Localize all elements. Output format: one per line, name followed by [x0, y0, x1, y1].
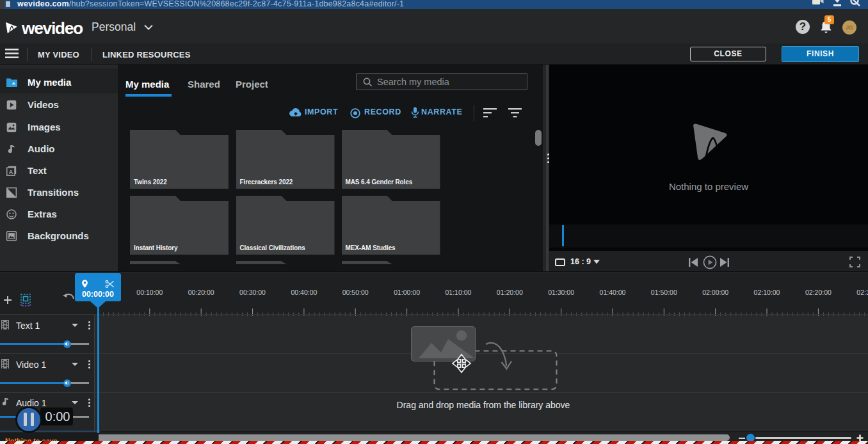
svg-text:A: A [9, 169, 13, 175]
